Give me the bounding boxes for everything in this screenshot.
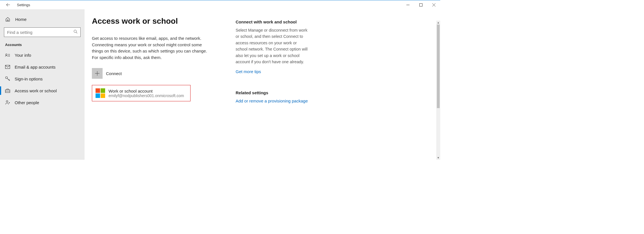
- scroll-down-icon[interactable]: ▼: [436, 156, 440, 160]
- page-title: Access work or school: [92, 17, 224, 26]
- sidebar-item-email-accounts[interactable]: Email & app accounts: [0, 61, 85, 73]
- sidebar-item-label: Email & app accounts: [15, 65, 56, 69]
- sidebar-home-label: Home: [15, 17, 26, 22]
- sidebar-item-label: Access work or school: [15, 88, 57, 93]
- sidebar-item-label: Your info: [15, 53, 31, 58]
- svg-point-6: [6, 54, 7, 55]
- account-card[interactable]: Work or school account emilyf@nodpublish…: [92, 85, 191, 101]
- svg-point-14: [6, 100, 8, 102]
- plus-icon: [92, 68, 103, 79]
- svg-point-11: [6, 77, 8, 79]
- sidebar-item-other-people[interactable]: Other people: [0, 97, 85, 108]
- search-icon: [74, 30, 78, 35]
- scrollbar[interactable]: ▲ ▼: [436, 21, 440, 160]
- svg-point-4: [74, 30, 76, 32]
- aside-body: Select Manage or disconnect from work or…: [236, 27, 309, 65]
- microsoft-logo-icon: [96, 88, 105, 98]
- connect-label: Connect: [106, 71, 122, 76]
- briefcase-icon: [5, 88, 10, 93]
- sidebar-item-label: Other people: [15, 100, 39, 105]
- search-box[interactable]: [4, 27, 81, 37]
- main-panel: Access work or school Get access to reso…: [85, 9, 440, 160]
- sidebar-item-work-school[interactable]: Access work or school: [0, 85, 85, 97]
- add-person-icon: [5, 100, 10, 105]
- scroll-up-icon[interactable]: ▲: [436, 21, 440, 25]
- sidebar-section-header: Accounts: [0, 41, 85, 49]
- connect-button[interactable]: Connect: [92, 68, 224, 79]
- svg-rect-10: [5, 65, 10, 69]
- close-button[interactable]: [427, 0, 440, 9]
- window-title: Settings: [17, 3, 30, 7]
- page-description: Get access to resources like email, apps…: [92, 35, 210, 61]
- svg-line-5: [76, 32, 77, 33]
- sidebar-item-your-info[interactable]: Your info: [0, 49, 85, 61]
- person-card-icon: [5, 53, 10, 58]
- maximize-button[interactable]: [414, 0, 427, 9]
- sidebar-home[interactable]: Home: [0, 14, 85, 25]
- sidebar-item-signin-options[interactable]: Sign-in options: [0, 73, 85, 85]
- sidebar-item-label: Sign-in options: [15, 76, 43, 81]
- aside-heading: Connect with work and school: [236, 19, 309, 24]
- mail-icon: [5, 64, 10, 69]
- scrollbar-thumb[interactable]: [437, 25, 440, 108]
- svg-rect-1: [419, 3, 422, 6]
- aside-heading-related: Related settings: [236, 90, 309, 95]
- provisioning-link[interactable]: Add or remove a provisioning package: [236, 98, 309, 104]
- account-email: emilyf@nodpublishers001.onmicrosoft.com: [109, 93, 184, 98]
- search-input[interactable]: [7, 30, 74, 35]
- minimize-button[interactable]: [401, 0, 414, 9]
- home-icon: [5, 17, 10, 22]
- get-more-tips-link[interactable]: Get more tips: [236, 69, 309, 75]
- sidebar: Home Accounts Your info Email & app acco…: [0, 9, 85, 160]
- account-title: Work or school account: [109, 89, 184, 93]
- back-button[interactable]: [6, 3, 10, 7]
- key-icon: [5, 76, 10, 81]
- titlebar: Settings: [0, 0, 440, 9]
